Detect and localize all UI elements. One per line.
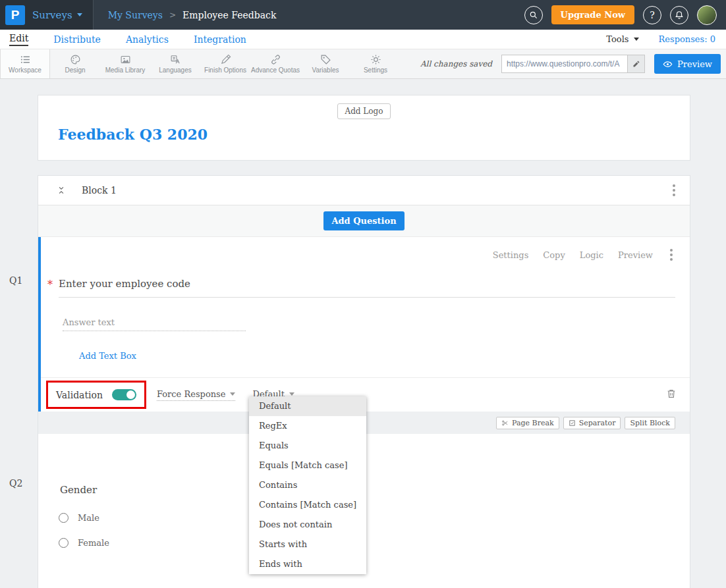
tools-menu[interactable]: Tools (606, 34, 638, 44)
edit-url-button[interactable] (627, 55, 644, 72)
question-copy-action[interactable]: Copy (543, 250, 565, 260)
toolbar-item-settings[interactable]: Settings (350, 49, 401, 78)
menu-item-does-not-contain[interactable]: Does not contain (249, 515, 366, 535)
save-status: All changes saved (420, 59, 492, 68)
product-menu-label: Surveys (32, 9, 72, 21)
survey-header-card: Add Logo Feedback Q3 2020 (38, 95, 690, 161)
menu-item-starts-with[interactable]: Starts with (249, 535, 366, 554)
search-button[interactable] (524, 6, 543, 24)
block-header: Block 1 (38, 176, 690, 205)
question-settings-action[interactable]: Settings (493, 250, 529, 260)
help-button[interactable]: ? (643, 6, 661, 24)
radio-button[interactable] (59, 513, 69, 523)
menu-item-default[interactable]: Default (249, 396, 366, 416)
tab-integration[interactable]: Integration (194, 34, 246, 45)
top-bar: P Surveys My Surveys > Employee Feedback… (0, 0, 726, 30)
tab-analytics[interactable]: Analytics (126, 34, 169, 45)
menu-item-equals-match-case[interactable]: Equals [Match case] (249, 456, 366, 475)
page-break-label: Page Break (512, 419, 554, 427)
toolbar-item-workspace[interactable]: Workspace (0, 49, 50, 78)
tab-distribute[interactable]: Distribute (53, 34, 101, 45)
menu-item-regex[interactable]: RegEx (249, 416, 366, 436)
pencil-icon (632, 60, 640, 68)
force-response-dropdown[interactable]: Force Response (157, 389, 236, 401)
question-menu-icon[interactable] (667, 246, 675, 263)
breadcrumb: My Surveys > Employee Feedback (108, 10, 277, 20)
required-marker: * (47, 279, 53, 291)
image-icon (120, 54, 131, 65)
toolbar-item-finish-options[interactable]: Finish Options (200, 49, 250, 78)
toolbar-item-advance-quotas[interactable]: Advance Quotas (250, 49, 300, 78)
toolbar-item-design[interactable]: Design (50, 49, 100, 78)
survey-url-input[interactable] (502, 55, 627, 72)
block-menu-icon[interactable] (670, 182, 678, 199)
split-block-button[interactable]: Split Block (625, 417, 675, 429)
question-text[interactable]: Gender (60, 484, 674, 496)
bell-icon (675, 11, 684, 20)
answer-text-field[interactable]: Answer text (63, 317, 246, 331)
survey-title[interactable]: Feedback Q3 2020 (58, 126, 690, 143)
delete-question-button[interactable] (666, 388, 677, 402)
question-text[interactable]: Enter your employee code (59, 278, 675, 298)
link-icon (270, 54, 281, 65)
separator-button[interactable]: Separator (563, 417, 621, 429)
caret-down-icon (77, 13, 82, 16)
toolbar-label: Media Library (105, 67, 146, 74)
question-1-code: Q1 (9, 275, 22, 286)
tag-icon (320, 54, 331, 65)
question-2-code: Q2 (9, 478, 22, 489)
toolbar-label: Design (65, 67, 85, 74)
add-text-box-link[interactable]: Add Text Box (79, 351, 136, 361)
answer-option-row: Female (59, 538, 674, 548)
preview-label: Preview (677, 59, 712, 69)
page-break-button[interactable]: Page Break (496, 417, 559, 429)
help-icon: ? (650, 10, 655, 20)
caret-down-icon (634, 38, 639, 41)
force-response-label: Force Response (157, 389, 226, 399)
caret-down-icon (230, 392, 235, 396)
scissors-icon (501, 419, 509, 427)
menu-item-equals[interactable]: Equals (249, 436, 366, 456)
main-tabs-bar: Edit Distribute Analytics Integration To… (0, 30, 726, 49)
toolbar-label: Finish Options (204, 67, 246, 74)
breadcrumb-my-surveys[interactable]: My Surveys (108, 10, 163, 20)
toolbar-item-media-library[interactable]: Media Library (100, 49, 150, 78)
user-avatar[interactable] (697, 5, 717, 25)
pen-icon (220, 54, 231, 65)
trash-icon (666, 388, 677, 399)
menu-item-ends-with[interactable]: Ends with (249, 554, 366, 574)
questionpro-logo: P (5, 5, 25, 25)
validation-toggle[interactable] (112, 389, 136, 400)
collapse-block-icon[interactable] (57, 186, 66, 195)
palette-icon (70, 54, 81, 65)
menu-item-contains-match-case[interactable]: Contains [Match case] (249, 495, 366, 515)
radio-label[interactable]: Male (78, 513, 99, 523)
divider (93, 0, 94, 30)
notifications-button[interactable] (670, 6, 688, 24)
validation-type-menu: Default RegEx Equals Equals [Match case]… (249, 396, 366, 574)
search-icon (529, 11, 538, 20)
block-title[interactable]: Block 1 (82, 185, 117, 196)
caret-down-icon (289, 392, 294, 396)
survey-url-box (501, 55, 645, 73)
menu-item-contains[interactable]: Contains (249, 475, 366, 495)
question-preview-action[interactable]: Preview (618, 250, 653, 260)
gear-icon (370, 54, 381, 65)
translate-icon (170, 54, 181, 65)
add-logo-button[interactable]: Add Logo (337, 103, 391, 119)
upgrade-now-button[interactable]: Upgrade Now (551, 5, 634, 24)
radio-label[interactable]: Female (78, 538, 109, 548)
split-block-label: Split Block (630, 419, 670, 427)
page-title: Employee Feedback (182, 10, 276, 20)
tools-label: Tools (606, 34, 628, 44)
question-logic-action[interactable]: Logic (580, 250, 603, 260)
responses-count[interactable]: Responses: 0 (659, 34, 716, 44)
preview-button[interactable]: Preview (654, 54, 721, 74)
toolbar-item-languages[interactable]: Languages (150, 49, 200, 78)
toggle-knob (126, 390, 135, 399)
add-question-button[interactable]: Add Question (323, 211, 404, 230)
radio-button[interactable] (59, 538, 69, 548)
toolbar-item-variables[interactable]: Variables (300, 49, 350, 78)
tab-edit[interactable]: Edit (9, 33, 28, 46)
product-switcher[interactable]: P Surveys (0, 0, 93, 30)
